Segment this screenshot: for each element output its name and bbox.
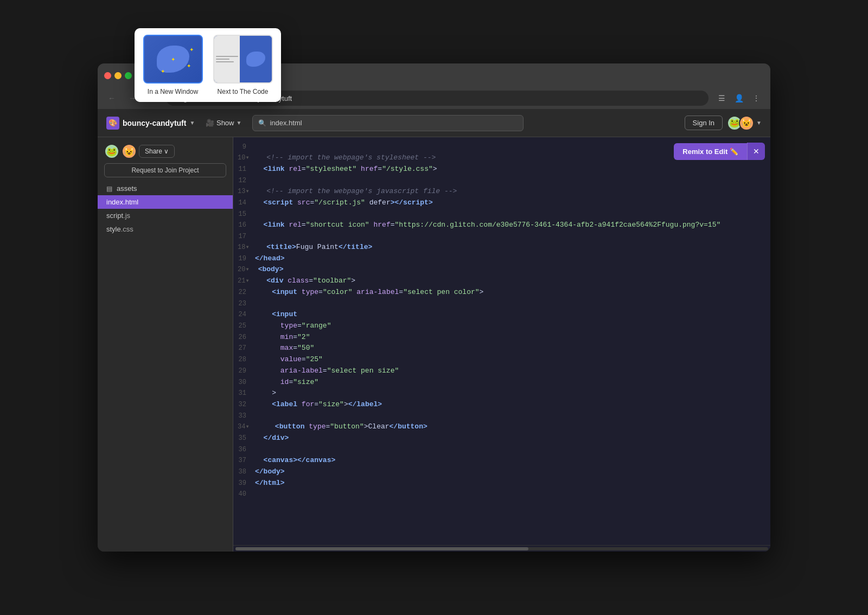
profile-button[interactable]: 👤: [731, 91, 746, 106]
show-button-label: 🎥 Show: [206, 119, 234, 127]
remix-to-edit-button[interactable]: Remix to Edit ✏️: [674, 143, 747, 160]
remix-close-button[interactable]: ✕: [747, 143, 765, 160]
scrollbar-thumb[interactable]: [235, 547, 528, 550]
extensions-button[interactable]: ☰: [714, 91, 729, 106]
user-avatars: 🐸 😺 ▼: [727, 116, 762, 131]
code-line-30: 30 id="size": [233, 377, 770, 388]
code-line-12: 12: [233, 175, 770, 186]
share-label: Share ∨: [145, 148, 169, 155]
sign-in-label: Sign In: [693, 119, 714, 127]
project-name[interactable]: 🎨 bouncy-candytuft ▼: [106, 117, 195, 130]
close-window-button[interactable]: [104, 72, 111, 79]
sidebar: 🐸 😺 Share ∨ Request to Join Project ▤ as…: [98, 137, 233, 552]
request-join-button[interactable]: Request to Join Project: [104, 163, 226, 177]
sign-in-button[interactable]: Sign In: [685, 116, 723, 130]
share-button[interactable]: Share ∨: [139, 145, 175, 158]
code-line-18: 18▾ <title>Fugu Paint</title>: [233, 242, 770, 253]
file-search-value: index.html: [270, 119, 302, 127]
code-line-32: 32 <label for="size"></label>: [233, 399, 770, 411]
sidebar-item-script-js[interactable]: script.js: [98, 209, 233, 222]
project-icon: 🎨: [106, 117, 119, 130]
sidebar-avatar-2: 😺: [122, 144, 137, 159]
code-line-36: 36: [233, 444, 770, 455]
maximize-window-button[interactable]: [125, 72, 132, 79]
avatar-2[interactable]: 😺: [739, 116, 754, 131]
code-line-35: 35 </div>: [233, 433, 770, 444]
toolbar-right: Sign In 🐸 😺 ▼: [685, 116, 762, 131]
editor-area: Remix to Edit ✏️ ✕ 9 10▾ <!--: [233, 137, 770, 552]
sidebar-item-index-html[interactable]: index.html: [98, 195, 233, 209]
index-html-label: index.html: [106, 198, 138, 206]
code-line-37: 37 <canvas></canvas>: [233, 455, 770, 466]
avatar-dropdown-icon: ▼: [756, 120, 762, 126]
code-line-14: 14 <script src="/script.js" defer></scri…: [233, 197, 770, 209]
minimize-window-button[interactable]: [114, 72, 122, 79]
back-button[interactable]: ←: [104, 91, 119, 106]
code-line-20: 20▾ <body>: [233, 264, 770, 276]
remix-banner: Remix to Edit ✏️ ✕: [674, 143, 765, 160]
code-line-27: 27 max="50": [233, 343, 770, 354]
code-line-29: 29 aria-label="select pen size": [233, 366, 770, 377]
code-line-13: 13▾ <!-- import the webpage's javascript…: [233, 186, 770, 197]
browser-window: ✦ index.html – bouncy-candytuft ✕ + ← → …: [98, 63, 770, 552]
assets-label: assets: [117, 184, 137, 193]
code-line-16: 16 <link rel="shortcut icon" href="https…: [233, 220, 770, 231]
menu-button[interactable]: ⋮: [749, 91, 764, 106]
file-search[interactable]: 🔍 index.html: [252, 115, 524, 131]
script-js-label: script.js: [106, 212, 130, 220]
project-chevron-icon: ▼: [189, 120, 195, 126]
browser-actions: ☰ 👤 ⋮: [714, 91, 764, 106]
app-content: 🎨 bouncy-candytuft ▼ 🎥 Show ▼ 🔍 index.ht…: [98, 109, 770, 552]
style-css-label: style.css: [106, 225, 133, 233]
code-line-21: 21▾ <div class="toolbar">: [233, 276, 770, 287]
show-chevron-icon: ▼: [237, 120, 242, 126]
traffic-lights: [104, 72, 132, 79]
code-line-33: 33: [233, 411, 770, 421]
code-line-23: 23: [233, 298, 770, 309]
code-line-40: 40: [233, 489, 770, 499]
code-line-31: 31 >: [233, 388, 770, 399]
app-toolbar: 🎨 bouncy-candytuft ▼ 🎥 Show ▼ 🔍 index.ht…: [98, 109, 770, 137]
search-icon: 🔍: [258, 119, 266, 127]
code-line-39: 39 </html>: [233, 478, 770, 489]
main-layout: 🐸 😺 Share ∨ Request to Join Project ▤ as…: [98, 137, 770, 552]
code-line-38: 38 </body>: [233, 466, 770, 478]
assets-icon: ▤: [106, 185, 112, 193]
code-line-26: 26 min="2": [233, 332, 770, 343]
close-icon: ✕: [753, 147, 760, 156]
code-line-24: 24 <input: [233, 309, 770, 321]
code-line-15: 15: [233, 209, 770, 220]
sidebar-avatar-1: 🐸: [104, 144, 119, 159]
sidebar-item-style-css[interactable]: style.css: [98, 222, 233, 236]
request-join-label: Request to Join Project: [131, 166, 199, 174]
project-name-text: bouncy-candytuft: [123, 119, 186, 127]
horizontal-scrollbar[interactable]: [233, 545, 770, 552]
code-line-34: 34▾ <button type="button">Clear</button>: [233, 421, 770, 433]
code-line-19: 19 </head>: [233, 253, 770, 265]
code-line-11: 11 <link rel="stylesheet" href="/style.c…: [233, 164, 770, 175]
remix-label: Remix to Edit ✏️: [682, 148, 738, 156]
sidebar-item-assets[interactable]: ▤ assets: [98, 182, 233, 195]
scrollbar-track: [235, 547, 768, 550]
code-line-25: 25 type="range": [233, 321, 770, 332]
show-button[interactable]: 🎥 Show ▼: [201, 117, 246, 129]
sidebar-avatars: 🐸 😺 Share ∨: [98, 144, 233, 163]
code-line-28: 28 value="25": [233, 354, 770, 366]
code-line-22: 22 <input type="color" aria-label="selec…: [233, 287, 770, 298]
code-line-17: 17: [233, 231, 770, 242]
code-editor[interactable]: 9 10▾ <!-- import the webpage's styleshe…: [233, 137, 770, 545]
